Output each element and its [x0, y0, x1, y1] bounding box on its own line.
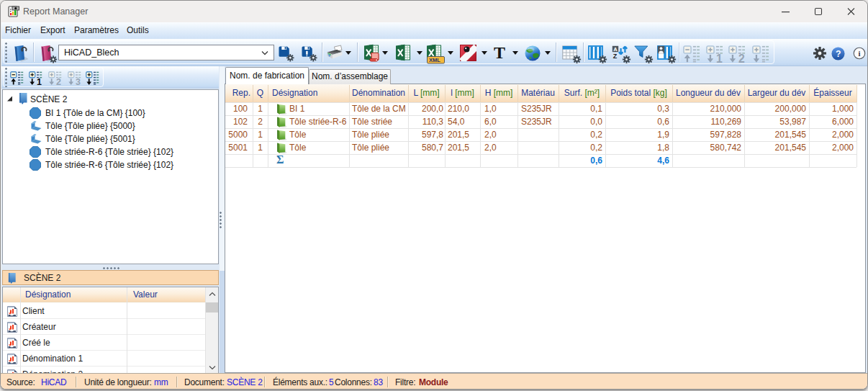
svg-text:1: 1 — [716, 53, 723, 63]
svg-text:2: 2 — [738, 53, 745, 63]
svg-text:3: 3 — [76, 77, 81, 85]
svg-text:1: 1 — [37, 77, 42, 85]
svg-text:2: 2 — [56, 77, 61, 85]
svg-text:XML: XML — [429, 57, 440, 63]
svg-text:?: ? — [836, 49, 841, 59]
svg-text:i: i — [858, 49, 860, 58]
svg-text:Z: Z — [613, 53, 618, 60]
